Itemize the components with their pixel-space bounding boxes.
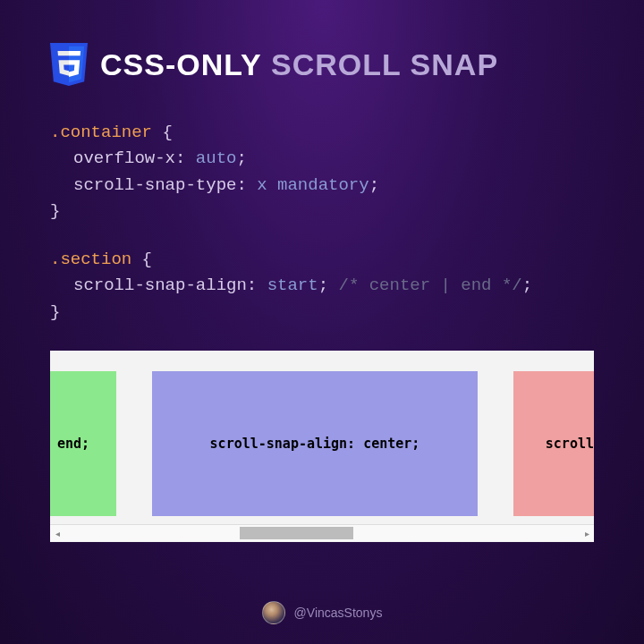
avatar bbox=[262, 601, 285, 624]
footer: @VincasStonys bbox=[0, 601, 644, 624]
demo-box-center: scroll-snap-align: center; bbox=[152, 371, 478, 516]
demo-scroll-area[interactable]: end; scroll-snap-align: center; scroll bbox=[50, 363, 594, 524]
demo-container: end; scroll-snap-align: center; scroll ◂… bbox=[50, 351, 594, 542]
author-handle: @VincasStonys bbox=[294, 606, 383, 620]
demo-box-end: end; bbox=[50, 371, 116, 516]
code-selector: .section bbox=[50, 250, 131, 269]
scroll-right-icon[interactable]: ▸ bbox=[580, 529, 594, 538]
title-strong: CSS-ONLY bbox=[100, 47, 262, 81]
css3-icon bbox=[50, 43, 88, 86]
code-snippet: .container { overflow-x: auto; scroll-sn… bbox=[0, 86, 644, 326]
code-block-section: .section { scroll-snap-align: start; /* … bbox=[50, 247, 594, 326]
demo-box-start: scroll bbox=[513, 371, 594, 516]
scroll-left-icon[interactable]: ◂ bbox=[50, 529, 64, 538]
code-selector: .container bbox=[50, 123, 152, 142]
page-title: CSS-ONLY SCROLL SNAP bbox=[100, 47, 498, 82]
scrollbar-track[interactable] bbox=[64, 525, 580, 541]
header: CSS-ONLY SCROLL SNAP bbox=[0, 0, 644, 86]
code-block-container: .container { overflow-x: auto; scroll-sn… bbox=[50, 120, 594, 225]
title-light: SCROLL SNAP bbox=[262, 47, 499, 81]
scrollbar-thumb[interactable] bbox=[240, 527, 353, 539]
horizontal-scrollbar[interactable]: ◂ ▸ bbox=[50, 524, 594, 541]
